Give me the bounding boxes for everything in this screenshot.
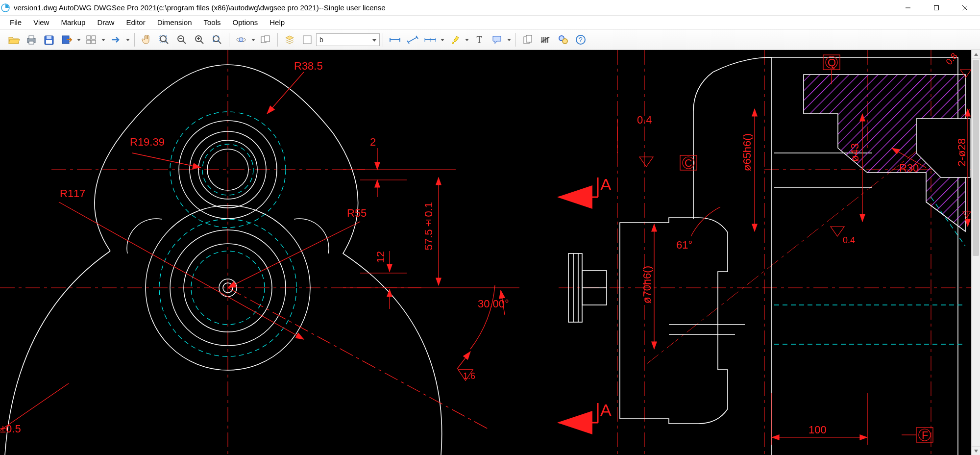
measure-linear-button[interactable] (386, 31, 404, 48)
layer-selector[interactable]: b (316, 33, 380, 46)
workspace: R38.5 R19.39 R117 R55 2 12 57.5±0.1 30.0… (0, 50, 980, 455)
svg-line-87 (457, 352, 470, 369)
minimize-button[interactable] (894, 0, 922, 16)
dim-r1939: R19.39 (130, 136, 165, 149)
dim-r30: R30 (899, 162, 919, 175)
svg-line-88 (228, 288, 490, 430)
menu-file[interactable]: File (4, 16, 27, 29)
menu-markup[interactable]: Markup (55, 16, 91, 29)
find-button[interactable] (554, 31, 572, 48)
dim-r385: R38.5 (294, 60, 323, 73)
svg-line-36 (408, 37, 417, 42)
right-view (559, 50, 971, 455)
svg-rect-15 (92, 40, 96, 44)
print-button[interactable] (23, 31, 40, 48)
open-button[interactable] (5, 31, 23, 48)
menu-options[interactable]: Options (227, 16, 264, 29)
orbit-dropdown[interactable] (250, 38, 257, 42)
svg-line-75 (228, 222, 360, 288)
menu-editor[interactable]: Editor (120, 16, 151, 29)
svg-rect-31 (265, 36, 270, 42)
orbit-button[interactable] (232, 31, 250, 48)
svg-rect-2 (934, 5, 939, 10)
export-button[interactable] (58, 31, 75, 48)
left-view (0, 50, 519, 455)
zoom-out-button[interactable] (173, 31, 191, 48)
svg-rect-6 (29, 36, 34, 39)
svg-line-20 (183, 41, 186, 44)
help-button[interactable]: ? (572, 31, 589, 48)
dim-2d28: 2-ø28 (956, 138, 968, 166)
window-split-dropdown[interactable] (100, 38, 107, 42)
menu-draw[interactable]: Draw (91, 16, 120, 29)
svg-text:T: T (477, 35, 482, 45)
text-button[interactable]: T (470, 31, 488, 48)
svg-text:?: ? (579, 36, 583, 44)
geo-f: F (922, 429, 928, 442)
svg-point-29 (239, 38, 243, 42)
count-button[interactable] (537, 31, 554, 48)
section-a-top: A (600, 175, 612, 194)
dim-30deg: 30.00° (478, 298, 509, 310)
close-button[interactable] (951, 0, 979, 16)
svg-rect-14 (87, 40, 91, 44)
dim-100: 100 (808, 424, 827, 436)
save-button[interactable] (40, 31, 58, 48)
navigate-button[interactable] (107, 31, 124, 48)
svg-line-72 (267, 72, 304, 114)
highlight-button[interactable] (446, 31, 464, 48)
maximize-button[interactable] (922, 0, 951, 16)
menu-view[interactable]: View (27, 16, 55, 29)
geo-q: Q (828, 56, 836, 69)
dim-61deg: 61° (676, 239, 692, 252)
measure-dropdown[interactable] (439, 38, 446, 42)
toolbar: b T ? (0, 29, 980, 50)
surf-04-right: 0.4 (843, 235, 855, 246)
app-icon (1, 3, 10, 12)
measure-aligned-button[interactable] (404, 31, 421, 48)
highlight-dropdown[interactable] (464, 38, 470, 42)
svg-line-23 (200, 41, 203, 44)
menu-tools[interactable]: Tools (198, 16, 227, 29)
tol-05: ±0.5 (0, 423, 21, 435)
layer-selector-value: b (319, 36, 323, 44)
zoom-in-button[interactable] (191, 31, 208, 48)
svg-point-52 (563, 39, 567, 44)
zoom-extents-button[interactable] (208, 31, 226, 48)
dim-r55: R55 (347, 207, 367, 220)
drawing-canvas[interactable]: R38.5 R19.39 R117 R55 2 12 57.5±0.1 30.0… (0, 50, 971, 455)
dim-dia65: ø65h6() (741, 133, 754, 171)
svg-rect-12 (87, 36, 91, 39)
layers-button[interactable] (281, 31, 298, 48)
navigate-dropdown[interactable] (124, 38, 131, 42)
menu-dimension[interactable]: Dimension (151, 16, 198, 29)
svg-rect-45 (526, 35, 532, 42)
chevron-down-icon (372, 36, 376, 44)
dim-r117: R117 (60, 187, 86, 200)
window-split-button[interactable] (82, 31, 100, 48)
zoom-window-button[interactable] (155, 31, 173, 48)
dim-2: 2 (370, 136, 376, 149)
dim-dia70: ø70h6() (641, 266, 654, 303)
layer-color-button[interactable] (298, 31, 316, 48)
geo-c: C (685, 157, 692, 170)
comment-dropdown[interactable] (506, 38, 513, 42)
copy-button[interactable] (519, 31, 537, 48)
scroll-thumb[interactable] (973, 60, 979, 256)
window-title: version1.dwg AutoDWG DWGSee Pro 2021(c:\… (14, 3, 386, 12)
scroll-up-button[interactable] (972, 50, 980, 59)
surf-16: 1.6 (463, 371, 475, 381)
compare-button[interactable] (257, 31, 274, 48)
measure-continue-button[interactable] (421, 31, 439, 48)
export-dropdown[interactable] (75, 38, 82, 42)
svg-rect-13 (92, 36, 96, 39)
title-bar: version1.dwg AutoDWG DWGSee Pro 2021(c:\… (0, 0, 980, 16)
scroll-down-button[interactable] (972, 446, 980, 455)
svg-line-74 (59, 202, 304, 339)
comment-button[interactable] (488, 31, 506, 48)
surf-04-left: 0.4 (637, 114, 652, 126)
pan-button[interactable] (138, 31, 155, 48)
vertical-scrollbar[interactable] (971, 50, 980, 455)
menu-help[interactable]: Help (264, 16, 291, 29)
dim-12: 12 (374, 251, 387, 263)
